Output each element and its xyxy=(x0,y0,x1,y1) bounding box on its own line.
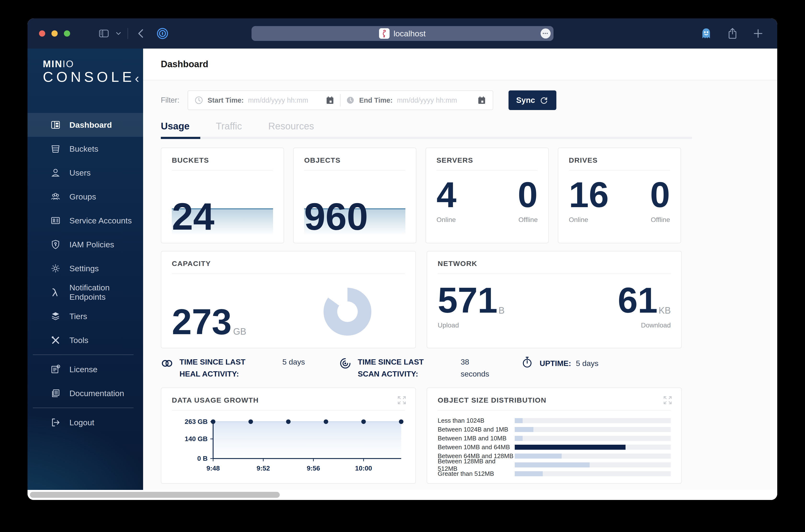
scan-value: 38 seconds xyxy=(461,356,497,380)
back-button[interactable] xyxy=(136,28,147,39)
card-title: BUCKETS xyxy=(172,156,273,164)
osd-row: Between 128MB and 512MB xyxy=(438,460,671,469)
sidebar-item-documentation[interactable]: Documentation xyxy=(27,381,143,405)
capacity-donut-chart xyxy=(323,288,371,336)
sidebar-item-label: Tools xyxy=(69,336,88,345)
sidebar-item-license[interactable]: License xyxy=(27,357,143,381)
osd-category-label: Between 10MB and 64MB xyxy=(438,443,515,451)
sidebar-chevron-down-icon[interactable] xyxy=(116,31,121,36)
address-bar-more-button[interactable]: ••• xyxy=(541,28,550,39)
object-size-distribution-card: OBJECT SIZE DISTRIBUTION xyxy=(427,387,682,484)
app-logo: MINIO CONSOLE ‹ xyxy=(27,49,143,85)
sync-button[interactable]: Sync xyxy=(508,91,556,110)
svg-text:9:52: 9:52 xyxy=(257,464,270,472)
tab-traffic[interactable]: Traffic xyxy=(216,121,242,137)
tab-resources[interactable]: Resources xyxy=(268,121,314,137)
share-icon[interactable] xyxy=(727,27,738,39)
sidebar-item-label: License xyxy=(69,365,97,374)
sidebar-item-logout[interactable]: Logout xyxy=(27,411,143,434)
end-time-input[interactable] xyxy=(397,96,473,104)
logo-io: IO xyxy=(62,59,74,69)
sidebar-item-groups[interactable]: Groups xyxy=(27,185,143,209)
sidebar-toggle-icon[interactable] xyxy=(98,28,109,39)
servers-online-label: Online xyxy=(436,216,456,224)
sidebar-item-users[interactable]: Users xyxy=(27,161,143,185)
close-window-button[interactable] xyxy=(39,31,45,37)
sync-icon xyxy=(539,96,548,105)
sidebar-item-service-accounts[interactable]: Service Accounts xyxy=(27,209,143,232)
calendar-icon[interactable] xyxy=(477,95,486,105)
osd-bar-track xyxy=(515,445,671,450)
calendar-icon[interactable] xyxy=(325,95,335,105)
gear-icon xyxy=(50,263,61,274)
servers-offline-label: Offline xyxy=(519,216,538,224)
servers-offline-count: 0 xyxy=(518,178,538,211)
sidebar-item-iam-policies[interactable]: IAM Policies xyxy=(27,232,143,256)
osd-row: Less than 1024B xyxy=(438,416,671,425)
sidebar-item-label: Notification Endpoints xyxy=(69,283,143,302)
drives-offline-label: Offline xyxy=(651,216,670,224)
new-tab-plus-icon[interactable] xyxy=(752,28,764,39)
sidebar-item-settings[interactable]: Settings xyxy=(27,256,143,280)
start-time-field[interactable]: Start Time: xyxy=(194,95,335,105)
minimize-window-button[interactable] xyxy=(52,31,58,37)
sidebar-item-label: Logout xyxy=(69,418,94,427)
ghostery-extension-icon[interactable] xyxy=(700,27,713,40)
sidebar-item-buckets[interactable]: Buckets xyxy=(27,137,143,161)
end-time-field[interactable]: End Time: xyxy=(346,95,486,105)
filter-field-divider xyxy=(340,94,340,107)
shield-key-icon xyxy=(50,239,61,250)
network-upload-unit: B xyxy=(499,305,504,316)
horizontal-scrollbar-thumb[interactable] xyxy=(30,492,280,498)
filter-row: Filter: Start Time: xyxy=(161,91,777,110)
logo-console: CONSOLE xyxy=(43,69,135,85)
network-upload-label: Upload xyxy=(438,322,505,329)
sidebar-item-tiers[interactable]: Tiers xyxy=(27,304,143,328)
sidebar-item-dashboard[interactable]: Dashboard xyxy=(27,113,143,137)
sidebar-item-notification-endpoints[interactable]: Notification Endpoints xyxy=(27,280,143,304)
toolbar-divider xyxy=(128,28,128,39)
sidebar-item-label: Dashboard xyxy=(69,120,112,130)
tab-usage[interactable]: Usage xyxy=(161,121,189,137)
capacity-value: 273 xyxy=(172,305,232,338)
date-filter-box: Start Time: xyxy=(188,91,493,110)
osd-category-label: Less than 1024B xyxy=(438,417,515,424)
layers-icon xyxy=(50,311,61,322)
tab-bar: Usage Traffic Resources xyxy=(161,121,777,137)
heal-value: 5 days xyxy=(282,356,306,368)
start-time-input[interactable] xyxy=(248,96,321,104)
chart-title: DATA USAGE GROWTH xyxy=(172,396,405,404)
svg-text:9:48: 9:48 xyxy=(207,464,220,472)
svg-text:140 GB: 140 GB xyxy=(185,435,208,443)
address-bar-url: localhost xyxy=(393,29,426,38)
osd-category-label: Between 1024B and 1MB xyxy=(438,426,515,433)
sidebar-collapse-icon[interactable]: ‹ xyxy=(135,73,139,85)
sidebar-item-tools[interactable]: Tools xyxy=(27,328,143,352)
onepassword-extension-icon[interactable] xyxy=(156,27,169,40)
osd-bar-track xyxy=(515,462,671,468)
logo-min: MIN xyxy=(43,59,62,69)
sidebar-item-label: Buckets xyxy=(69,144,98,154)
expand-icon[interactable] xyxy=(397,395,407,405)
sidebar-item-label: Documentation xyxy=(69,389,124,398)
card-title: NETWORK xyxy=(438,260,671,268)
osd-bar xyxy=(515,436,523,441)
osd-bar xyxy=(515,471,543,476)
clock-icon xyxy=(194,96,203,105)
card-divider xyxy=(438,410,671,411)
bucket-icon xyxy=(50,144,61,154)
card-title: OBJECTS xyxy=(304,156,405,164)
svg-text:263 GB: 263 GB xyxy=(185,418,208,425)
expand-icon[interactable] xyxy=(662,395,673,405)
network-download-value: 61 xyxy=(618,284,658,317)
site-favicon-minio-flamingo-icon xyxy=(379,28,390,39)
osd-bar xyxy=(515,445,625,450)
start-time-label: Start Time: xyxy=(208,96,244,104)
buckets-count: 24 xyxy=(172,197,214,235)
license-icon xyxy=(50,364,61,375)
address-bar[interactable]: localhost ••• xyxy=(251,26,554,41)
end-time-label: End Time: xyxy=(359,96,393,104)
zoom-window-button[interactable] xyxy=(64,31,70,37)
sidebar-item-label: Users xyxy=(69,168,91,177)
sidebar-item-label: Tiers xyxy=(69,312,87,321)
